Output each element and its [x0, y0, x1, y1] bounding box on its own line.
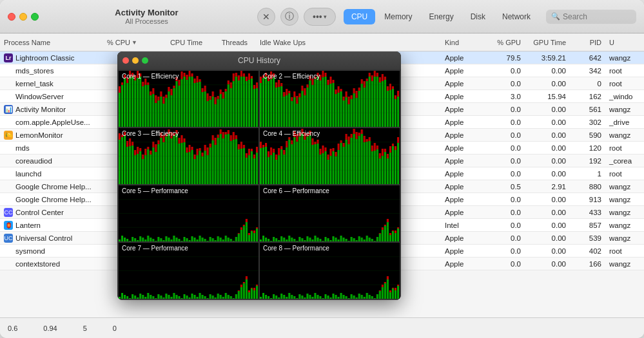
- cell-gputime: 0.00: [525, 106, 570, 113]
- tab-bar: CPU Memory Energy Disk Network: [344, 9, 538, 24]
- minimize-button[interactable]: [19, 13, 27, 21]
- col-header-threads[interactable]: Threads: [206, 39, 251, 46]
- cell-user: root: [605, 80, 644, 88]
- modal-minimize-button[interactable]: [132, 57, 139, 64]
- process-name: LemonMonitor: [15, 131, 63, 139]
- cell-kind: Apple: [441, 157, 480, 165]
- modal-maximize-button[interactable]: [142, 57, 148, 64]
- cell-gpu: 0.0: [480, 234, 525, 242]
- cell-user: _drive: [605, 118, 644, 126]
- col-header-kind[interactable]: Kind: [441, 39, 480, 46]
- cpu-core-1: Core 1 — Efficiency: [119, 71, 259, 127]
- cell-gpu: 0.0: [480, 118, 525, 126]
- cell-gputime: 0.00: [525, 80, 570, 88]
- cell-pid: 166: [570, 260, 605, 268]
- col-header-cpu[interactable]: % CPU ▼: [103, 39, 155, 46]
- search-input[interactable]: [563, 12, 627, 21]
- cpu-core-8: Core 8 — Performance: [260, 243, 400, 299]
- col-header-user[interactable]: U: [605, 39, 644, 46]
- cell-pid: 302: [570, 118, 605, 126]
- cell-pid: 433: [570, 209, 605, 216]
- cell-gputime: 0.00: [525, 221, 570, 229]
- cell-user: root: [605, 67, 644, 75]
- maximize-button[interactable]: [31, 13, 39, 21]
- cell-process: UC Universal Control: [0, 234, 103, 243]
- tab-cpu[interactable]: CPU: [344, 9, 375, 24]
- window-subtitle: All Processes: [125, 17, 168, 25]
- cpu-grid: Core 1 — EfficiencyCore 2 — EfficiencyCo…: [117, 70, 401, 300]
- cpu-core-3: Core 3 — Efficiency: [119, 128, 259, 184]
- cell-gpu: 0.5: [480, 183, 525, 191]
- core-label-4: Core 4 — Efficiency: [263, 130, 320, 137]
- app-icon: CC: [4, 208, 13, 217]
- process-name: mds: [15, 144, 30, 152]
- col-header-cputime[interactable]: CPU Time: [155, 39, 206, 46]
- cell-kind: Apple: [441, 196, 480, 203]
- more-button[interactable]: ••• ▾: [304, 8, 336, 26]
- process-name: Lightroom Classic: [15, 54, 74, 62]
- process-name: com.apple.AppleUse...: [15, 118, 90, 126]
- tab-network[interactable]: Network: [494, 9, 538, 24]
- process-name: Control Center: [15, 209, 64, 216]
- core-label-1: Core 1 — Efficiency: [122, 73, 179, 80]
- close-button[interactable]: [8, 13, 15, 21]
- col-header-pid[interactable]: PID: [570, 39, 605, 46]
- cell-gputime: 0.00: [525, 170, 570, 178]
- cell-gputime: 2.91: [525, 183, 570, 191]
- app-icon: 🏮: [4, 221, 13, 230]
- tab-memory[interactable]: Memory: [376, 9, 420, 24]
- cell-user: wangz: [605, 183, 644, 191]
- tab-energy[interactable]: Energy: [422, 9, 462, 24]
- close-icon-btn[interactable]: ✕: [257, 8, 275, 26]
- cell-gpu: 0.0: [480, 260, 525, 268]
- cell-process: kernel_task: [0, 80, 103, 88]
- cell-kind: Apple: [441, 234, 480, 242]
- col-header-idle[interactable]: Idle Wake Ups: [251, 39, 309, 46]
- cell-user: _corea: [605, 157, 644, 165]
- cpu-core-4: Core 4 — Efficiency: [260, 128, 400, 184]
- col-header-process[interactable]: Process Name: [0, 39, 103, 46]
- cell-gpu: 0.0: [480, 67, 525, 75]
- cell-process: Google Chrome Help...: [0, 196, 103, 203]
- process-name: contextstored: [15, 260, 60, 268]
- info-button[interactable]: ⓘ: [280, 8, 298, 26]
- cell-process: 📊 Activity Monitor: [0, 105, 103, 114]
- tab-disk[interactable]: Disk: [463, 9, 493, 24]
- cell-gputime: 15.94: [525, 93, 570, 100]
- cell-kind: Apple: [441, 131, 480, 139]
- main-window: Activity Monitor All Processes ✕ ⓘ ••• ▾…: [0, 0, 644, 338]
- cell-pid: 880: [570, 183, 605, 191]
- bottom-stat-value-4: 0: [113, 324, 117, 332]
- cell-process: Lr Lightroom Classic: [0, 53, 103, 62]
- search-bar[interactable]: 🔍: [546, 10, 636, 24]
- cell-gputime: 0.00: [525, 209, 570, 216]
- cell-kind: Apple: [441, 106, 480, 113]
- cell-process: mds: [0, 144, 103, 152]
- cell-pid: 192: [570, 157, 605, 165]
- cell-user: wangz: [605, 196, 644, 203]
- modal-titlebar: CPU History: [117, 52, 401, 70]
- cell-kind: Apple: [441, 93, 480, 100]
- modal-close-button[interactable]: [122, 57, 129, 64]
- cell-pid: 162: [570, 93, 605, 100]
- bottom-stat-value-1: 0.6: [8, 324, 17, 332]
- cell-kind: Apple: [441, 67, 480, 75]
- cell-kind: Apple: [441, 170, 480, 178]
- process-name: Activity Monitor: [15, 106, 66, 113]
- cell-pid: 561: [570, 106, 605, 113]
- cpu-core-5: Core 5 — Performance: [119, 185, 259, 241]
- cell-gputime: 0.00: [525, 260, 570, 268]
- bottom-stat-value-3: 5: [83, 324, 87, 332]
- cell-gpu: 0.0: [480, 209, 525, 216]
- process-name: Universal Control: [15, 234, 72, 242]
- sort-arrow-icon: ▼: [132, 39, 137, 46]
- col-header-gputime[interactable]: GPU Time: [525, 39, 570, 46]
- cell-kind: Apple: [441, 247, 480, 255]
- col-header-gpu[interactable]: % GPU: [480, 39, 525, 46]
- cell-user: root: [605, 247, 644, 255]
- cell-gpu: 0.0: [480, 80, 525, 88]
- toolbar-controls: ✕ ⓘ ••• ▾: [257, 8, 336, 26]
- cell-user: wangz: [605, 234, 644, 242]
- cell-gputime: 0.00: [525, 234, 570, 242]
- cell-gputime: 0.00: [525, 247, 570, 255]
